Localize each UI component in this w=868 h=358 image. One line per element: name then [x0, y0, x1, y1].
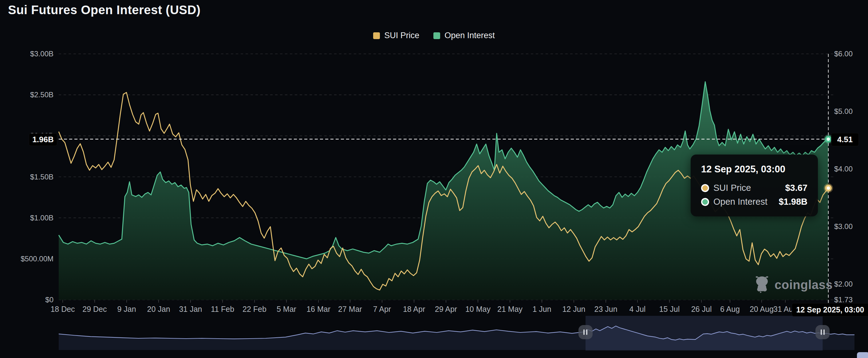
y-axis-right-label: $6.00 — [834, 50, 852, 58]
tooltip-row-value: $3.67 — [785, 183, 807, 193]
x-axis-label: 27 Mar — [338, 305, 362, 314]
y-axis-right-label: $4.00 — [834, 165, 852, 173]
coinglass-bull-icon — [754, 276, 770, 294]
watermark-label: coinglass — [775, 278, 833, 292]
x-axis-label: 6 Aug — [720, 305, 740, 314]
crosshair-left-value: 1.96B — [32, 135, 54, 144]
x-axis-label: 22 Feb — [243, 305, 267, 314]
crosshair-date-badge: 12 Sep 2025, 03:00 — [792, 303, 868, 316]
y-axis-right-label: $3.00 — [834, 222, 852, 231]
y-axis-right-label: $2.00 — [834, 280, 852, 288]
y-axis-left-label: $1.50B — [4, 173, 54, 181]
coinglass-watermark: coinglass — [754, 276, 833, 294]
tooltip-timestamp: 12 Sep 2025, 03:00 — [701, 164, 807, 175]
navigator-handle-left[interactable] — [579, 325, 593, 339]
tooltip-row-sui-price: SUI Price $3.67 — [701, 183, 807, 193]
tooltip: 12 Sep 2025, 03:00 SUI Price $3.67 Open … — [691, 155, 818, 216]
x-axis-label: 23 Jun — [594, 305, 618, 314]
y-axis-right-label: $5.00 — [834, 107, 852, 116]
x-axis-label: 20 Aug — [750, 305, 774, 314]
y-axis-left-label: $2.50B — [4, 90, 54, 99]
x-axis-label: 7 Apr — [373, 305, 391, 314]
x-axis-label: 9 Jan — [117, 305, 136, 314]
navigator-handle-right[interactable] — [815, 325, 830, 339]
x-axis-label: 12 Jun — [562, 305, 585, 314]
sui-price-end-dot-core — [827, 186, 830, 190]
y-axis-left-label: $1.00B — [4, 214, 54, 222]
y-axis-left-label: $500.00M — [4, 254, 54, 263]
x-axis-label: 10 May — [465, 305, 491, 314]
chart-page: Sui Futures Open Interest (USD) SUI Pric… — [0, 0, 868, 358]
tooltip-row-label: SUI Price — [713, 183, 751, 193]
x-axis-label: 16 Mar — [306, 305, 331, 314]
x-axis-label: 11 Feb — [211, 305, 234, 314]
x-axis-label: 18 Apr — [403, 305, 425, 314]
x-axis-label: 29 Apr — [435, 305, 457, 314]
x-axis-label: 20 Jan — [147, 305, 170, 314]
crosshair-right-value-badge: 4.51 — [831, 133, 859, 146]
tooltip-row-label: Open Interest — [713, 197, 768, 207]
x-axis-label: 18 Dec — [51, 305, 75, 314]
x-axis-label: 29 Dec — [82, 305, 107, 314]
x-axis-label: 26 Jul — [691, 305, 712, 314]
open-interest-end-dot-core — [827, 137, 830, 141]
sui-price-dot-icon — [701, 184, 709, 192]
x-axis-label: 1 Jun — [532, 305, 551, 314]
y-axis-right-label: $1.73 — [834, 296, 852, 304]
x-axis-label: 4 Jul — [629, 305, 646, 314]
y-axis-left-label: $3.00B — [4, 50, 54, 58]
crosshair-left-value-badge: 1.96B — [29, 133, 57, 146]
y-axis-left-label: $0 — [4, 296, 54, 304]
tooltip-row-open-interest: Open Interest $1.98B — [701, 197, 807, 207]
open-interest-dot-icon — [701, 198, 709, 206]
crosshair-date-value: 12 Sep 2025, 03:00 — [796, 305, 864, 314]
x-axis-label: 21 May — [497, 305, 523, 314]
tooltip-row-value: $1.98B — [779, 197, 807, 207]
x-axis-label: 15 Jul — [659, 305, 680, 314]
corner-widget-button[interactable] — [857, 352, 868, 358]
x-axis-label: 5 Mar — [277, 305, 296, 314]
x-axis-label: 31 Jan — [179, 305, 202, 314]
crosshair-right-value: 4.51 — [837, 135, 853, 144]
